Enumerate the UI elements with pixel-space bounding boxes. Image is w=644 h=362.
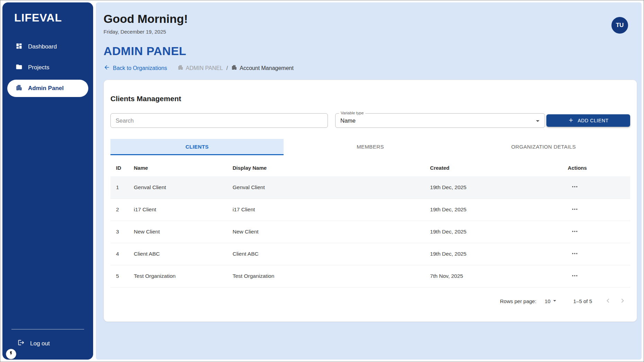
more-horizontal-icon [571, 250, 578, 258]
rows-per-page-label: Rows per page: [500, 298, 536, 304]
cell-name: Test Organization [134, 265, 233, 287]
page-header: Good Morning! Friday, December 19, 2025 … [104, 12, 637, 35]
row-actions-button[interactable] [569, 248, 581, 260]
lightning-icon [9, 351, 14, 357]
breadcrumb-item-account-management[interactable]: Account Management [231, 64, 294, 72]
cell-name: Client ABC [134, 243, 233, 265]
sidebar-item-projects[interactable]: Projects [7, 59, 88, 76]
add-client-button[interactable]: ADD CLIENT [546, 114, 630, 127]
cell-display-name: Test Organization [233, 265, 430, 287]
cell-name: i17 Client [134, 198, 233, 221]
select-floating-label: Variable type [339, 111, 365, 115]
chevron-right-icon [618, 297, 627, 306]
sidebar-item-label: Projects [28, 64, 49, 71]
pagination-range: 1–5 of 5 [573, 298, 592, 304]
back-to-organizations-link[interactable]: Back to Organizations [104, 64, 167, 72]
flash-badge[interactable] [6, 349, 16, 359]
cell-display-name: Genval Client [233, 176, 430, 198]
add-client-label: ADD CLIENT [578, 118, 608, 123]
logout-icon [18, 339, 25, 348]
tab-members[interactable]: MEMBERS [284, 139, 457, 155]
controls-row: Variable type Name ADD CLIENT [110, 113, 630, 128]
breadcrumb-label: ADMIN PANEL [186, 65, 223, 71]
sidebar: LIFEVAL Dashboard Projects Admin Panel [2, 2, 93, 360]
sidebar-item-label: Admin Panel [28, 85, 64, 92]
sidebar-item-label: Dashboard [28, 43, 57, 50]
cell-id: 5 [110, 265, 134, 287]
search-input[interactable] [110, 113, 328, 128]
current-date: Friday, December 19, 2025 [104, 29, 637, 35]
table-row: 3 New Client New Client 19th Dec, 2025 [110, 221, 630, 243]
column-header-actions: Actions [568, 157, 630, 176]
cell-display-name: i17 Client [233, 198, 430, 221]
rows-per-page-value: 10 [545, 298, 551, 304]
row-actions-button[interactable] [569, 203, 581, 216]
tab-clients[interactable]: CLIENTS [110, 139, 284, 155]
cell-name: Genval Client [134, 176, 233, 198]
cell-created: 19th Dec, 2025 [430, 221, 568, 243]
clients-table: ID Name Display Name Created Actions 1 G… [110, 157, 630, 288]
tab-organization-details[interactable]: ORGANIZATION DETAILS [457, 139, 630, 155]
table-row: 2 i17 Client i17 Client 19th Dec, 2025 [110, 198, 630, 221]
more-horizontal-icon [571, 272, 578, 280]
variable-type-select[interactable]: Variable type Name [335, 113, 545, 128]
sidebar-nav: Dashboard Projects Admin Panel [2, 38, 93, 97]
select-value: Name [340, 117, 356, 124]
cell-name: New Client [134, 221, 233, 243]
cell-created: 7th Nov, 2025 [430, 265, 568, 287]
plus-icon [568, 117, 574, 124]
dashboard-icon [16, 43, 23, 51]
cell-display-name: Client ABC [233, 243, 430, 265]
cell-created: 19th Dec, 2025 [430, 198, 568, 221]
greeting: Good Morning! [104, 12, 637, 26]
more-horizontal-icon [571, 206, 578, 214]
breadcrumb: Back to Organizations ADMIN PANEL / Acco… [104, 64, 637, 72]
column-header-name: Name [134, 157, 233, 176]
cell-id: 1 [110, 176, 134, 198]
app-logo: LIFEVAL [2, 2, 93, 24]
user-avatar[interactable]: TU [611, 17, 628, 34]
breadcrumb-separator: / [226, 65, 228, 71]
cell-created: 19th Dec, 2025 [430, 176, 568, 198]
cell-display-name: New Client [233, 221, 430, 243]
logout-button[interactable]: Log out [2, 339, 93, 348]
column-header-display-name: Display Name [233, 157, 430, 176]
main-content: Good Morning! Friday, December 19, 2025 … [96, 2, 642, 360]
folder-icon [16, 63, 23, 72]
chevron-down-icon [534, 117, 542, 126]
cell-created: 19th Dec, 2025 [430, 243, 568, 265]
sidebar-item-admin-panel[interactable]: Admin Panel [7, 80, 88, 97]
table-row: 4 Client ABC Client ABC 19th Dec, 2025 [110, 243, 630, 265]
back-link-label: Back to Organizations [113, 65, 167, 71]
more-horizontal-icon [571, 183, 578, 191]
sidebar-item-dashboard[interactable]: Dashboard [7, 38, 88, 55]
rows-per-page-select[interactable]: 10 [545, 297, 558, 305]
more-horizontal-icon [571, 228, 578, 236]
building-icon [16, 84, 23, 93]
arrow-back-icon [104, 64, 110, 72]
tabs: CLIENTS MEMBERS ORGANIZATION DETAILS [110, 139, 630, 155]
breadcrumb-item-admin-panel[interactable]: ADMIN PANEL [178, 64, 223, 72]
clients-management-card: Clients Management Variable type Name AD… [104, 80, 637, 322]
column-header-id: ID [110, 157, 134, 176]
table-row: 1 Genval Client Genval Client 19th Dec, … [110, 176, 630, 198]
building-icon [178, 64, 184, 72]
table-header-row: ID Name Display Name Created Actions [110, 157, 630, 176]
sidebar-divider [11, 329, 84, 329]
previous-page-button[interactable] [603, 297, 613, 306]
cell-id: 2 [110, 198, 134, 221]
column-header-created: Created [430, 157, 568, 176]
next-page-button[interactable] [618, 297, 627, 306]
row-actions-button[interactable] [569, 226, 581, 238]
section-title: ADMIN PANEL [104, 44, 637, 58]
pagination-nav [603, 297, 627, 306]
card-title: Clients Management [110, 80, 630, 103]
pagination: Rows per page: 10 1–5 of 5 [110, 297, 630, 306]
row-actions-button[interactable] [569, 270, 581, 282]
cell-id: 4 [110, 243, 134, 265]
cell-id: 3 [110, 221, 134, 243]
table-row: 5 Test Organization Test Organization 7t… [110, 265, 630, 287]
chevron-left-icon [604, 297, 612, 306]
row-actions-button[interactable] [569, 181, 581, 194]
chevron-down-icon [551, 297, 558, 305]
